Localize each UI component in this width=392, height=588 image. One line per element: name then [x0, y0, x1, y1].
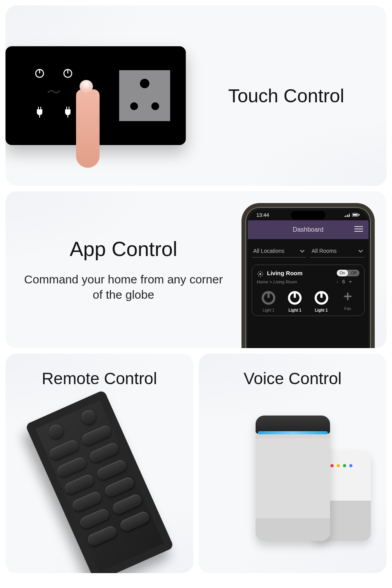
voice-control-card: Voice Control — [199, 354, 387, 573]
device-row: Light 1 Light 1 Light 1 Fan — [257, 289, 359, 312]
svg-rect-8 — [69, 107, 69, 109]
app-control-title: App Control — [21, 237, 226, 261]
remote-illustration — [25, 390, 174, 573]
room-toggle[interactable]: On Off — [337, 270, 360, 276]
fan-speed-stepper[interactable]: - 6 + — [337, 279, 360, 285]
phone-notch — [291, 211, 325, 220]
touch-control-title: Touch Control — [186, 85, 387, 107]
power-socket — [119, 70, 170, 121]
voice-control-title: Voice Control — [199, 369, 387, 388]
signal-icon — [344, 212, 350, 218]
chevron-down-icon — [300, 248, 305, 254]
power-icon — [34, 67, 45, 79]
plug-icon — [63, 107, 73, 118]
svg-rect-6 — [39, 115, 40, 118]
room-name: Living Room — [267, 270, 303, 276]
amazon-echo-speaker — [256, 416, 330, 541]
room-breadcrumb: Home > Living Room — [257, 279, 303, 284]
rooms-label: All Rooms — [312, 248, 337, 254]
svg-rect-12 — [359, 214, 359, 216]
svg-rect-7 — [66, 107, 67, 109]
remote-control-title: Remote Control — [5, 369, 193, 388]
app-header: Dashboard — [248, 220, 368, 239]
minus-icon[interactable]: - — [337, 279, 338, 285]
smart-switch-panel — [5, 46, 186, 145]
device-light[interactable]: Light 1 — [283, 289, 307, 312]
svg-point-16 — [260, 273, 261, 275]
battery-icon — [352, 212, 360, 218]
svg-rect-5 — [40, 107, 41, 109]
smart-speakers-illustration — [199, 400, 387, 541]
room-card: Living Room Home > Living Room On Off - … — [252, 265, 365, 316]
app-control-subtitle: Command your home from any corner of the… — [21, 272, 226, 302]
remote-control-card: Remote Control — [5, 354, 193, 573]
fan-icon — [340, 289, 356, 304]
svg-rect-4 — [38, 107, 39, 109]
svg-rect-9 — [67, 115, 68, 118]
gear-icon[interactable] — [257, 270, 264, 279]
plus-icon[interactable]: + — [349, 279, 352, 285]
power-icon — [62, 67, 74, 79]
device-fan[interactable]: Fan — [336, 289, 359, 312]
plug-icon — [35, 107, 44, 118]
rooms-dropdown[interactable]: All Rooms — [310, 245, 365, 258]
phone-statusbar: 13:44 — [248, 209, 368, 220]
phone-time: 13:44 — [256, 212, 269, 218]
phone-mockup: 13:44 Dashboard All Locations — [241, 203, 375, 348]
brand-logo-icon — [47, 88, 60, 97]
device-light[interactable]: Light 1 — [310, 289, 333, 312]
hamburger-icon[interactable] — [354, 226, 363, 234]
svg-rect-11 — [353, 214, 358, 216]
app-control-card: App Control Command your home from any c… — [5, 191, 387, 348]
touch-control-card: Touch Control — [5, 5, 387, 186]
locations-label: All Locations — [253, 248, 284, 254]
device-light[interactable]: Light 1 — [257, 289, 280, 312]
chevron-down-icon — [358, 248, 363, 254]
locations-dropdown[interactable]: All Locations — [252, 245, 306, 258]
app-screen-title: Dashboard — [293, 226, 323, 233]
